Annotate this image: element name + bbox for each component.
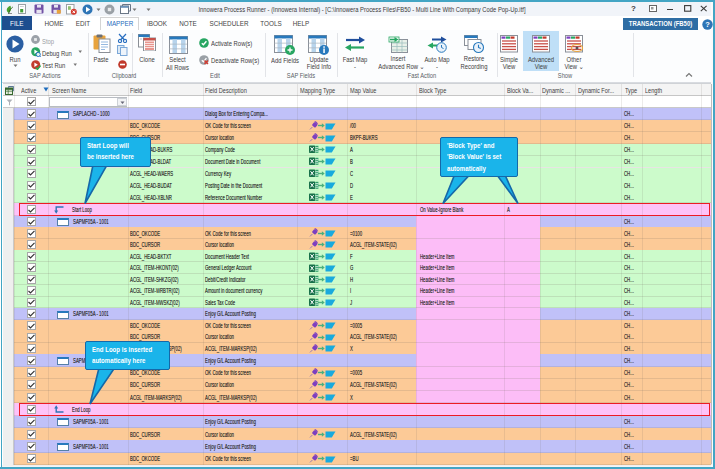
svg-text:?: ? xyxy=(705,20,710,29)
